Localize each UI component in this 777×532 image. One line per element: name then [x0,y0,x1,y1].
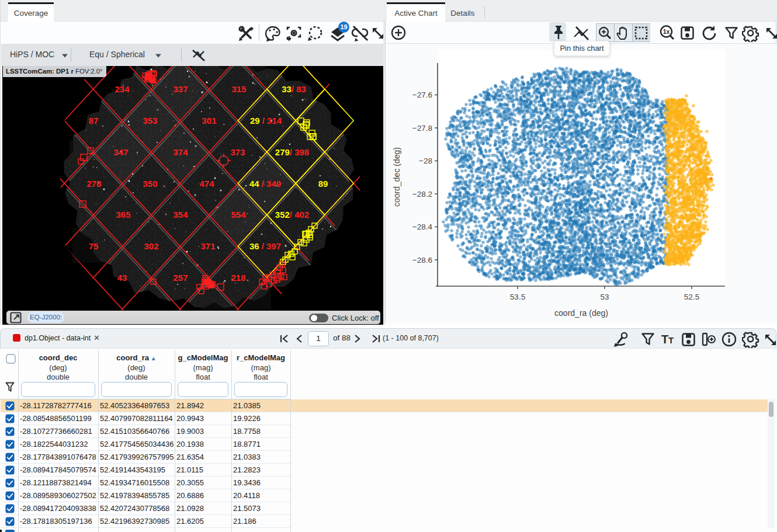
svg-text:33/ 83: 33/ 83 [282,84,306,94]
svg-text:474: 474 [199,179,214,189]
svg-text:36 / 397: 36 / 397 [249,241,281,251]
svg-text:371: 371 [200,241,215,251]
svg-text:373: 373 [230,147,245,157]
svg-text:T: T [661,333,668,346]
svg-text:354: 354 [173,210,188,220]
svg-text:554: 554 [231,210,246,220]
svg-text:278: 278 [86,179,101,189]
svg-text:315: 315 [231,84,246,94]
svg-text:234: 234 [115,84,130,94]
svg-text:257: 257 [173,273,188,283]
svg-text:365: 365 [116,210,130,220]
svg-text:T: T [668,335,674,345]
svg-text:−28.4: −28.4 [412,222,433,231]
svg-text:−28.6: −28.6 [412,256,432,265]
svg-text:89: 89 [318,179,328,189]
svg-text:coord_ra (deg): coord_ra (deg) [554,308,608,318]
svg-text:302: 302 [144,241,158,251]
svg-text:337: 337 [173,84,188,94]
svg-text:218: 218 [231,273,245,283]
svg-text:−28: −28 [419,157,432,165]
svg-text:−28.2: −28.2 [412,190,432,199]
svg-text:1x: 1x [663,28,670,35]
svg-text:353: 353 [143,116,157,126]
svg-text:279/ 398: 279/ 398 [275,147,309,157]
svg-text:29 / 314: 29 / 314 [250,116,282,126]
svg-text:43: 43 [117,273,127,283]
svg-text:352/ 402: 352/ 402 [275,210,309,220]
svg-text:87: 87 [89,116,99,126]
svg-text:coord_dec (deg): coord_dec (deg) [392,147,401,207]
svg-text:−27.8: −27.8 [412,124,432,133]
svg-text:301: 301 [202,116,216,126]
svg-text:44 / 349: 44 / 349 [249,179,281,189]
svg-text:347: 347 [113,147,128,157]
svg-text:53.5: 53.5 [510,293,525,301]
svg-text:75: 75 [89,241,99,251]
svg-text:−27.6: −27.6 [412,91,432,99]
svg-text:374: 374 [173,147,188,157]
svg-text:350: 350 [143,179,157,189]
svg-text:53: 53 [600,293,609,301]
svg-text:52.5: 52.5 [684,293,699,301]
